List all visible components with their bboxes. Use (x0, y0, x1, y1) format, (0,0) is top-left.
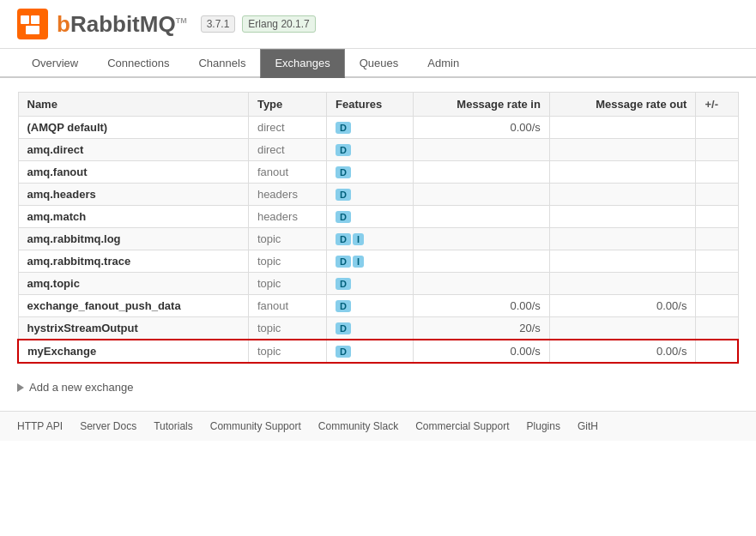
cell-features: DI (327, 250, 414, 273)
feature-badge: D (336, 346, 351, 358)
cell-features: D (327, 184, 414, 206)
cell-type: topic (248, 273, 326, 295)
cell-name: myExchange (18, 340, 248, 363)
table-row[interactable]: amq.matchheadersD (18, 206, 738, 228)
footer-link-http-api[interactable]: HTTP API (17, 420, 63, 432)
cell-rate-in (413, 228, 549, 250)
footer-link-server-docs[interactable]: Server Docs (80, 420, 136, 432)
cell-type: headers (248, 206, 326, 228)
table-row[interactable]: (AMQP default)directD0.00/s (18, 117, 738, 139)
cell-plus-minus (696, 139, 738, 161)
footer-link-plugins[interactable]: Plugins (527, 420, 560, 432)
cell-rate-out (549, 117, 696, 139)
table-row[interactable]: amq.headersheadersD (18, 184, 738, 206)
nav-connections[interactable]: Connections (93, 49, 184, 78)
feature-badge: D (336, 166, 351, 178)
footer-link-github[interactable]: GitH (578, 420, 598, 432)
cell-rate-in (413, 250, 549, 273)
nav-exchanges[interactable]: Exchanges (260, 49, 344, 78)
feature-badge: I (353, 233, 364, 245)
feature-badge: I (353, 256, 364, 268)
cell-rate-out (549, 317, 696, 340)
cell-name: (AMQP default) (18, 117, 248, 139)
app-header: bRabbitMQTM 3.7.1 Erlang 20.1.7 (0, 0, 756, 49)
table-row[interactable]: amq.rabbitmq.logtopicDI (18, 228, 738, 250)
logo-tm: TM (176, 16, 187, 25)
nav-overview[interactable]: Overview (17, 49, 93, 78)
col-plus-minus: +/- (696, 93, 738, 117)
table-row[interactable]: amq.topictopicD (18, 273, 738, 295)
cell-name: amq.topic (18, 273, 248, 295)
col-rate-out: Message rate out (549, 93, 696, 117)
cell-features: DI (327, 228, 414, 250)
cell-type: topic (248, 317, 326, 340)
erlang-badge: Erlang 20.1.7 (242, 15, 315, 33)
exchanges-table: Name Type Features Message rate in Messa… (17, 92, 739, 364)
svg-rect-3 (26, 26, 39, 34)
footer-link-tutorials[interactable]: Tutorials (154, 420, 193, 432)
table-header-row: Name Type Features Message rate in Messa… (18, 93, 738, 117)
svg-rect-1 (21, 15, 29, 24)
cell-name: amq.direct (18, 139, 248, 161)
cell-rate-out: 0.00/s (549, 340, 696, 363)
add-exchange-link[interactable]: Add a new exchange (17, 377, 739, 397)
table-row[interactable]: myExchangetopicD0.00/s0.00/s (18, 340, 738, 363)
footer-link-commercial-support[interactable]: Commercial Support (415, 420, 509, 432)
cell-type: direct (248, 117, 326, 139)
cell-plus-minus (696, 184, 738, 206)
cell-rate-out (549, 228, 696, 250)
cell-features: D (327, 161, 414, 184)
table-row[interactable]: amq.rabbitmq.tracetopicDI (18, 250, 738, 273)
feature-badge: D (336, 256, 351, 268)
nav-queues[interactable]: Queues (345, 49, 414, 78)
cell-type: headers (248, 184, 326, 206)
cell-rate-in: 0.00/s (413, 340, 549, 363)
footer-link-community-slack[interactable]: Community Slack (318, 420, 398, 432)
cell-type: topic (248, 228, 326, 250)
feature-badge: D (336, 233, 351, 245)
triangle-icon (17, 383, 24, 392)
feature-badge: D (336, 278, 351, 290)
cell-rate-in (413, 184, 549, 206)
cell-type: topic (248, 340, 326, 363)
feature-badge: D (336, 189, 351, 201)
cell-rate-out (549, 273, 696, 295)
cell-rate-out (549, 184, 696, 206)
nav-admin[interactable]: Admin (413, 49, 474, 78)
version-info: 3.7.1 Erlang 20.1.7 (201, 15, 316, 33)
cell-rate-out (549, 206, 696, 228)
cell-features: D (327, 340, 414, 363)
cell-type: fanout (248, 295, 326, 317)
cell-rate-out (549, 139, 696, 161)
col-name: Name (18, 93, 248, 117)
table-row[interactable]: amq.fanoutfanoutD (18, 161, 738, 184)
cell-plus-minus (696, 340, 738, 363)
table-row[interactable]: amq.directdirectD (18, 139, 738, 161)
col-features: Features (327, 93, 414, 117)
cell-name: amq.headers (18, 184, 248, 206)
cell-name: amq.rabbitmq.trace (18, 250, 248, 273)
cell-rate-in (413, 139, 549, 161)
feature-badge: D (336, 122, 351, 134)
cell-rate-out (549, 161, 696, 184)
cell-features: D (327, 273, 414, 295)
nav-channels[interactable]: Channels (184, 49, 260, 78)
cell-rate-in: 0.00/s (413, 117, 549, 139)
footer-link-community-support[interactable]: Community Support (210, 420, 301, 432)
svg-rect-4 (36, 21, 39, 24)
add-exchange-label: Add a new exchange (29, 381, 133, 394)
cell-name: exchange_fanout_push_data (18, 295, 248, 317)
table-row[interactable]: hystrixStreamOutputtopicD20/s (18, 317, 738, 340)
feature-badge: D (336, 300, 351, 312)
cell-plus-minus (696, 206, 738, 228)
cell-features: D (327, 295, 414, 317)
table-row[interactable]: exchange_fanout_push_datafanoutD0.00/s0.… (18, 295, 738, 317)
col-rate-in: Message rate in (413, 93, 549, 117)
cell-type: direct (248, 139, 326, 161)
cell-features: D (327, 139, 414, 161)
cell-plus-minus (696, 250, 738, 273)
feature-badge: D (336, 322, 351, 334)
version-badge: 3.7.1 (201, 15, 236, 33)
cell-rate-in: 0.00/s (413, 295, 549, 317)
cell-features: D (327, 117, 414, 139)
